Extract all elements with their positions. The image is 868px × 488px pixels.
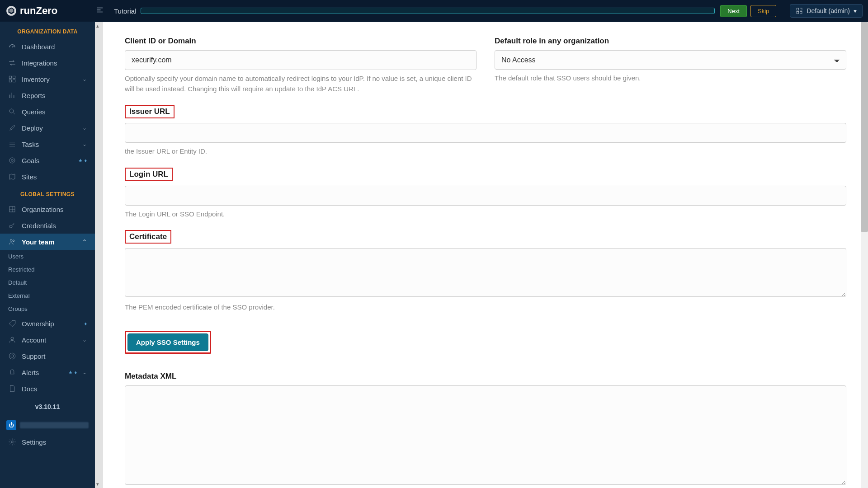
chevron-down-icon: ⌄	[82, 125, 87, 131]
sidebar-item-account[interactable]: Account ⌄	[0, 332, 95, 348]
target-icon	[8, 156, 16, 164]
skip-button[interactable]: Skip	[750, 5, 776, 17]
star-badge-icon: ★ ♦	[68, 370, 77, 375]
client-id-label: Client ID or Domain	[125, 37, 196, 46]
org-icon	[8, 205, 16, 213]
chevron-down-icon: ⌄	[82, 369, 87, 375]
metadata-xml-textarea[interactable]	[125, 385, 846, 485]
key-icon	[8, 221, 16, 230]
svg-point-10	[11, 160, 14, 162]
search-icon	[8, 108, 16, 116]
sidebar-item-docs[interactable]: Docs	[0, 380, 95, 397]
sidebar-item-ownership[interactable]: Ownership ♦	[0, 315, 95, 332]
menu-toggle-icon[interactable]	[96, 6, 104, 16]
sidebar-item-tasks[interactable]: Tasks ⌄	[0, 136, 95, 152]
sidebar-item-integrations[interactable]: Integrations	[0, 55, 95, 71]
gear-icon	[8, 438, 16, 446]
chevron-down-icon: ▾	[854, 7, 857, 14]
login-url-input[interactable]	[125, 186, 846, 206]
sidebar-sub-default[interactable]: Default	[0, 276, 95, 289]
version-label: v3.10.11	[0, 397, 95, 417]
svg-rect-4	[9, 76, 11, 78]
sidebar-item-sites[interactable]: Sites	[0, 169, 95, 185]
svg-point-15	[11, 337, 14, 340]
sidebar-item-deploy[interactable]: Deploy ⌄	[0, 120, 95, 136]
svg-point-8	[9, 109, 14, 113]
chevron-down-icon: ⌄	[82, 337, 87, 343]
bar-chart-icon	[8, 91, 16, 99]
next-button[interactable]: Next	[720, 5, 747, 17]
org-selector[interactable]: Default (admin) ▾	[790, 4, 863, 18]
chevron-up-icon: ⌃	[82, 239, 87, 245]
svg-point-12	[9, 225, 12, 228]
certificate-label: Certificate	[125, 230, 171, 244]
sidebar-heading-org: ORGANIZATION DATA	[0, 22, 95, 38]
sidebar-sub-external[interactable]: External	[0, 289, 95, 302]
svg-rect-3	[800, 11, 802, 14]
sidebar-item-dashboard[interactable]: Dashboard	[0, 38, 95, 55]
sidebar-item-credentials[interactable]: Credentials	[0, 217, 95, 234]
sidebar-item-queries[interactable]: Queries	[0, 103, 95, 120]
grid-icon	[8, 75, 16, 83]
doc-icon	[8, 385, 16, 393]
sidebar-item-alerts[interactable]: Alerts ★ ♦ ⌄	[0, 364, 95, 380]
arrows-icon	[8, 59, 16, 67]
login-url-help: The Login URL or SSO Endpoint.	[125, 209, 846, 220]
svg-rect-0	[797, 8, 799, 10]
certificate-help: The PEM encoded certificate of the SSO p…	[125, 302, 846, 313]
sidebar-item-your-team[interactable]: Your team ⌃	[0, 234, 95, 250]
sidebar-sub-restricted[interactable]: Restricted	[0, 263, 95, 276]
svg-point-17	[11, 355, 14, 357]
bell-icon	[8, 368, 16, 376]
svg-rect-7	[13, 80, 15, 82]
users-icon	[8, 238, 16, 246]
star-badge-icon: ★ ♦	[78, 158, 87, 164]
default-role-label: Default role in any organization	[495, 37, 609, 46]
sidebar-user[interactable]: ⏻	[0, 417, 95, 434]
org-icon	[796, 7, 803, 14]
sidebar-item-support[interactable]: Support	[0, 348, 95, 364]
lifebuoy-icon	[8, 352, 16, 360]
scrollbar-thumb[interactable]	[861, 22, 868, 232]
user-email-blurred	[20, 422, 89, 428]
svg-point-16	[9, 353, 15, 359]
map-icon	[8, 173, 16, 181]
rocket-icon	[8, 124, 16, 132]
login-url-label: Login URL	[125, 168, 173, 181]
content-scrollbar[interactable]	[861, 22, 868, 488]
chevron-down-icon: ⌄	[82, 76, 87, 82]
issuer-url-help: the Issuer URL or Entity ID.	[125, 146, 846, 157]
client-id-input[interactable]	[125, 50, 476, 70]
sidebar-sub-users[interactable]: Users	[0, 250, 95, 263]
user-icon	[8, 336, 16, 344]
brand-logo[interactable]: runZero	[5, 5, 87, 17]
sidebar-item-settings[interactable]: Settings	[0, 434, 95, 450]
apply-sso-button[interactable]: Apply SSO Settings	[127, 333, 208, 351]
sidebar-item-inventory[interactable]: Inventory ⌄	[0, 71, 95, 87]
issuer-url-input[interactable]	[125, 123, 846, 143]
power-icon: ⏻	[6, 420, 16, 430]
svg-point-13	[10, 239, 13, 242]
sidebar-scrollbar[interactable]: ▴ ▾	[95, 22, 103, 488]
issuer-url-label: Issuer URL	[125, 105, 175, 118]
chevron-down-icon: ⌄	[82, 141, 87, 147]
tutorial-progress-bar[interactable]	[141, 8, 715, 14]
sidebar-heading-global: GLOBAL SETTINGS	[0, 185, 95, 201]
svg-rect-2	[797, 11, 799, 14]
sidebar: ORGANIZATION DATA Dashboard Integrations…	[0, 22, 95, 488]
list-icon	[8, 140, 16, 148]
metadata-xml-label: Metadata XML	[125, 372, 176, 381]
default-role-help: The default role that SSO users should b…	[495, 73, 846, 84]
topbar: runZero Tutorial Next Skip Default (admi…	[0, 0, 868, 22]
svg-point-14	[13, 240, 14, 242]
scroll-down-icon: ▾	[96, 481, 99, 487]
default-role-select[interactable]: No Access	[495, 50, 846, 70]
certificate-textarea[interactable]	[125, 248, 846, 297]
runzero-logo-icon	[5, 5, 17, 17]
sidebar-item-organizations[interactable]: Organizations	[0, 201, 95, 217]
sidebar-item-reports[interactable]: Reports	[0, 87, 95, 103]
tag-icon	[8, 319, 16, 328]
svg-rect-6	[9, 80, 11, 82]
sidebar-item-goals[interactable]: Goals ★ ♦	[0, 152, 95, 169]
sidebar-sub-groups[interactable]: Groups	[0, 302, 95, 315]
